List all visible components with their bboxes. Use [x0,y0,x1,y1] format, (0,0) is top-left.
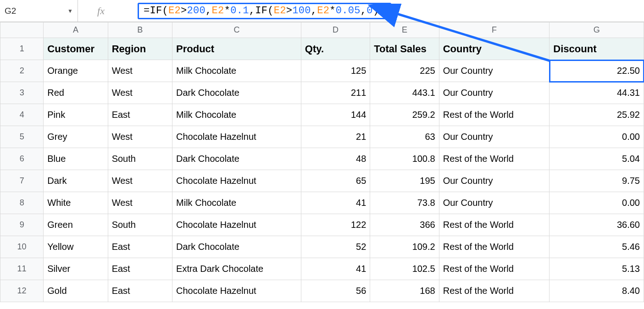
cell-A2[interactable]: Orange [44,60,108,82]
cell-G2[interactable]: 22.50 [550,60,644,82]
cell-G10[interactable]: 5.46 [550,236,644,258]
cell-G8[interactable]: 0.00 [550,192,644,214]
column-header-G[interactable]: G [550,22,644,38]
cell-A3[interactable]: Red [44,82,108,104]
cell-B12[interactable]: East [108,280,172,302]
cell-E11[interactable]: 102.5 [370,258,439,280]
header-cell-C[interactable]: Product [172,38,301,60]
cell-C7[interactable]: Chocolate Hazelnut [172,170,301,192]
cell-F8[interactable]: Our Country [439,192,550,214]
cell-F4[interactable]: Rest of the World [439,104,550,126]
cell-F5[interactable]: Our Country [439,126,550,148]
row-header-5[interactable]: 5 [0,126,44,148]
cell-G11[interactable]: 5.13 [550,258,644,280]
cell-B5[interactable]: West [108,126,172,148]
name-box[interactable]: G2 ▼ [0,0,78,22]
header-cell-E[interactable]: Total Sales [370,38,439,60]
cell-D8[interactable]: 41 [301,192,370,214]
cell-F10[interactable]: Rest of the World [439,236,550,258]
header-cell-G[interactable]: Discount [550,38,644,60]
row-header-7[interactable]: 7 [0,170,44,192]
header-cell-A[interactable]: Customer [44,38,108,60]
cell-B3[interactable]: West [108,82,172,104]
cell-F7[interactable]: Our Country [439,170,550,192]
cell-B8[interactable]: West [108,192,172,214]
cell-A10[interactable]: Yellow [44,236,108,258]
cell-A4[interactable]: Pink [44,104,108,126]
cell-D3[interactable]: 211 [301,82,370,104]
column-header-C[interactable]: C [172,22,301,38]
cell-B4[interactable]: East [108,104,172,126]
row-header-6[interactable]: 6 [0,148,44,170]
row-header-10[interactable]: 10 [0,236,44,258]
cell-C11[interactable]: Extra Dark Chocolate [172,258,301,280]
header-cell-D[interactable]: Qty. [301,38,370,60]
cell-E3[interactable]: 443.1 [370,82,439,104]
cell-G4[interactable]: 25.92 [550,104,644,126]
cell-A5[interactable]: Grey [44,126,108,148]
cell-B7[interactable]: West [108,170,172,192]
cell-E4[interactable]: 259.2 [370,104,439,126]
chevron-down-icon[interactable]: ▼ [67,8,73,14]
corner-cell[interactable] [0,22,44,38]
header-cell-F[interactable]: Country [439,38,550,60]
cell-G5[interactable]: 0.00 [550,126,644,148]
cell-D4[interactable]: 144 [301,104,370,126]
cell-E9[interactable]: 366 [370,214,439,236]
cell-C6[interactable]: Dark Chocolate [172,148,301,170]
cell-B11[interactable]: East [108,258,172,280]
cell-C5[interactable]: Chocolate Hazelnut [172,126,301,148]
cell-G12[interactable]: 8.40 [550,280,644,302]
cell-A11[interactable]: Silver [44,258,108,280]
cell-D12[interactable]: 56 [301,280,370,302]
cell-G9[interactable]: 36.60 [550,214,644,236]
cell-C12[interactable]: Chocolate Hazelnut [172,280,301,302]
cell-A6[interactable]: Blue [44,148,108,170]
cell-F11[interactable]: Rest of the World [439,258,550,280]
cell-B6[interactable]: South [108,148,172,170]
cell-D11[interactable]: 41 [301,258,370,280]
row-header-8[interactable]: 8 [0,192,44,214]
cell-D9[interactable]: 122 [301,214,370,236]
cell-C3[interactable]: Dark Chocolate [172,82,301,104]
spreadsheet[interactable]: ABCDEFG 1CustomerRegionProductQty.Total … [0,22,644,302]
cell-E10[interactable]: 109.2 [370,236,439,258]
column-header-F[interactable]: F [439,22,550,38]
row-header-2[interactable]: 2 [0,60,44,82]
cell-C10[interactable]: Dark Chocolate [172,236,301,258]
cell-C4[interactable]: Milk Chocolate [172,104,301,126]
cell-G3[interactable]: 44.31 [550,82,644,104]
cell-E12[interactable]: 168 [370,280,439,302]
cell-F3[interactable]: Our Country [439,82,550,104]
column-header-A[interactable]: A [44,22,108,38]
column-header-D[interactable]: D [301,22,370,38]
cell-E6[interactable]: 100.8 [370,148,439,170]
cell-B2[interactable]: West [108,60,172,82]
cell-B10[interactable]: East [108,236,172,258]
cell-D5[interactable]: 21 [301,126,370,148]
cell-F2[interactable]: Our Country [439,60,550,82]
cell-E8[interactable]: 73.8 [370,192,439,214]
formula-input[interactable]: =IF(E2>200,E2*0.1,IF(E2>100,E2*0.05,0)) [138,3,391,19]
row-header-1[interactable]: 1 [0,38,44,60]
row-header-12[interactable]: 12 [0,280,44,302]
cell-G7[interactable]: 9.75 [550,170,644,192]
cell-F6[interactable]: Rest of the World [439,148,550,170]
cell-F12[interactable]: Rest of the World [439,280,550,302]
cell-A12[interactable]: Gold [44,280,108,302]
column-header-B[interactable]: B [108,22,172,38]
cell-A7[interactable]: Dark [44,170,108,192]
row-header-9[interactable]: 9 [0,214,44,236]
cell-B9[interactable]: South [108,214,172,236]
cell-A9[interactable]: Green [44,214,108,236]
row-header-4[interactable]: 4 [0,104,44,126]
cell-D10[interactable]: 52 [301,236,370,258]
cell-E2[interactable]: 225 [370,60,439,82]
cell-E5[interactable]: 63 [370,126,439,148]
header-cell-B[interactable]: Region [108,38,172,60]
cell-C9[interactable]: Chocolate Hazelnut [172,214,301,236]
cell-F9[interactable]: Rest of the World [439,214,550,236]
column-header-E[interactable]: E [370,22,439,38]
cell-G6[interactable]: 5.04 [550,148,644,170]
cell-E7[interactable]: 195 [370,170,439,192]
